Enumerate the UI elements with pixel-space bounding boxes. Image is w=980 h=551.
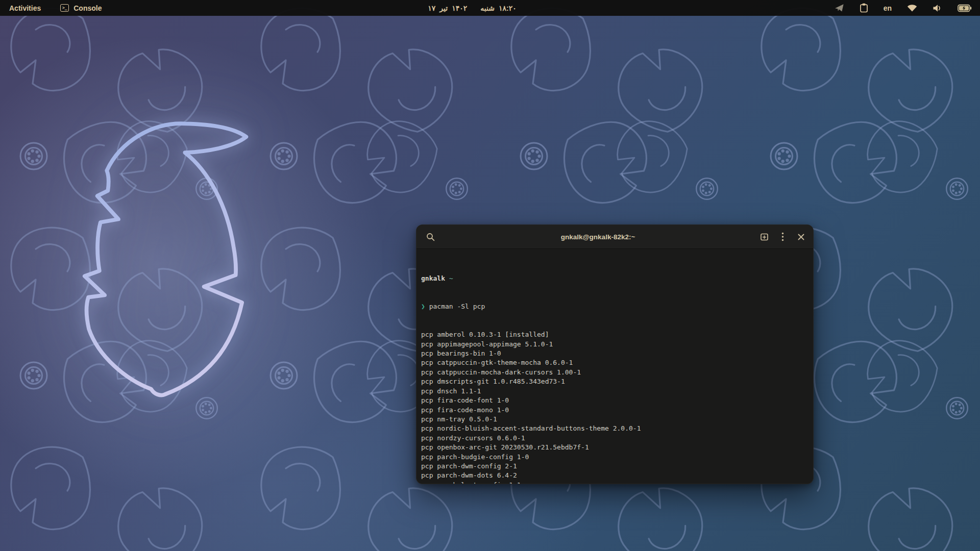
package-list: pcp amberol 0.10.3-1 [installed]pcp appi…: [421, 330, 808, 484]
clock-time: شنبه ۱۸:۲۰: [480, 4, 516, 12]
terminal-output-line: pcp nordzy-cursors 0.6.0-1: [421, 434, 808, 443]
terminal-output-line: pcp parch-lxqt-config 1-1: [421, 481, 808, 484]
terminal-output-line: pcp catppuccin-gtk-theme-mocha 0.6.0-1: [421, 358, 808, 367]
top-bar: Activities >_ Console ۱۷ تیر ۱۴۰۲ شنبه ۱…: [0, 0, 980, 16]
terminal-output-line: pcp catppuccin-mocha-dark-cursors 1.00-1: [421, 368, 808, 377]
terminal-output-line: pcp parch-dwm-config 2-1: [421, 462, 808, 471]
terminal-output-line: pcp nordic-bluish-accent-standard-button…: [421, 424, 808, 433]
terminal-output-line: pcp openbox-arc-git 20230530.r21.5ebdb7f…: [421, 443, 808, 452]
menu-button[interactable]: [774, 229, 791, 245]
terminal-output-line: pcp parch-budgie-config 1-0: [421, 453, 808, 462]
prompt-line: gnkalk ~: [421, 274, 808, 283]
close-icon: [798, 234, 804, 240]
parch-bird-logo: [71, 119, 256, 425]
telegram-icon[interactable]: [835, 4, 844, 12]
console-taskbar-label: Console: [74, 4, 102, 12]
keyboard-layout-indicator[interactable]: en: [884, 4, 892, 12]
terminal-output-line: pcp dmscripts-git 1.0.r485.343ed73-1: [421, 377, 808, 386]
activities-button[interactable]: Activities: [9, 4, 41, 12]
wifi-icon[interactable]: [907, 4, 917, 12]
window-title: gnkalk@gnkalk-82k2:~: [444, 233, 752, 241]
console-window: gnkalk@gnkalk-82k2:~: [416, 224, 814, 484]
search-button[interactable]: [422, 229, 438, 245]
system-tray: en: [835, 3, 980, 13]
new-window-button[interactable]: [756, 229, 772, 245]
terminal-content[interactable]: gnkalk ~ ❯ pacman -Sl pcp pcp amberol 0.…: [416, 249, 813, 484]
terminal-output-line: pcp amberol 0.10.3-1 [installed]: [421, 330, 808, 339]
terminal-output-line: pcp bearings-bin 1-0: [421, 349, 808, 358]
console-taskbar-button[interactable]: >_ Console: [60, 4, 102, 12]
terminal-output-line: pcp appimagepool-appimage 5.1.0-1: [421, 340, 808, 349]
console-terminal-icon: >_: [60, 4, 69, 12]
clock[interactable]: ۱۷ تیر ۱۴۰۲ شنبه ۱۸:۲۰: [0, 0, 944, 16]
terminal-output-line: pcp dnsch 1.1-1: [421, 387, 808, 396]
clock-date: ۱۷ تیر ۱۴۰۲: [428, 4, 467, 12]
terminal-output-line: pcp fira-code-font 1-0: [421, 396, 808, 405]
menu-kebab-icon: [781, 232, 784, 241]
terminal-output-line: pcp fira-code-mono 1-0: [421, 406, 808, 415]
battery-charging-icon[interactable]: [958, 4, 972, 12]
new-window-icon: [760, 233, 769, 241]
clipboard-icon[interactable]: [860, 3, 868, 13]
window-header: gnkalk@gnkalk-82k2:~: [416, 225, 813, 249]
search-icon: [426, 233, 435, 241]
command-line: ❯ pacman -Sl pcp: [421, 302, 808, 311]
volume-icon[interactable]: [933, 4, 942, 12]
terminal-output-line: pcp nm-tray 0.5.0-1: [421, 415, 808, 424]
close-button[interactable]: [793, 229, 809, 245]
terminal-output-line: pcp parch-dwm-dots 6.4-2: [421, 471, 808, 480]
